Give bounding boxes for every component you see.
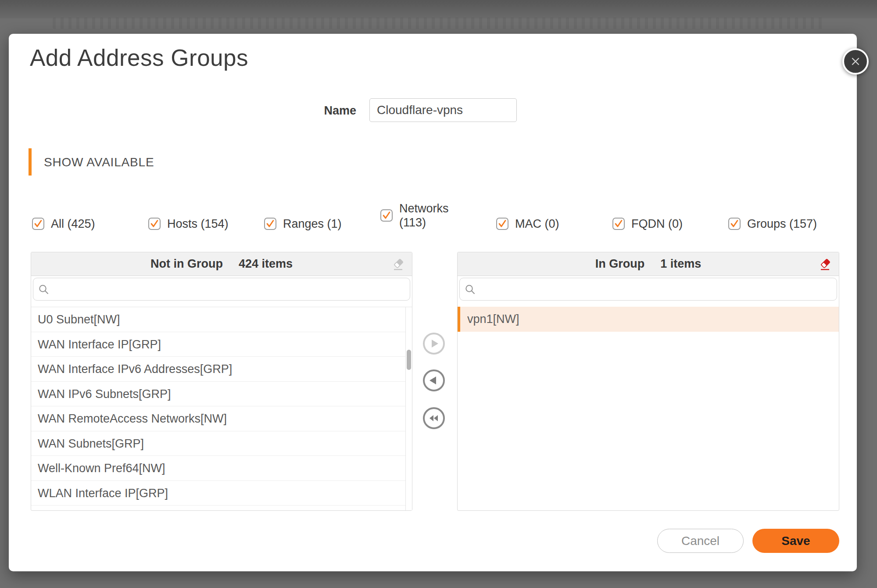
arrow-left-icon [428, 374, 440, 387]
search-icon [465, 284, 476, 295]
in-group-list: vpn1[NW] [458, 307, 839, 510]
filter-checkbox-row: All (425) Hosts (154) Ranges (1) [9, 208, 857, 240]
filter-checkbox-item[interactable]: Networks (113) [380, 199, 453, 232]
name-field-label: Name [272, 104, 356, 118]
not-in-group-header: Not in Group 424 items [31, 252, 412, 276]
double-arrow-left-icon [427, 412, 440, 424]
eraser-active-icon[interactable] [819, 258, 832, 271]
list-item[interactable]: WAN Subnets[GRP] [31, 431, 412, 456]
in-group-header: In Group 1 items [458, 252, 839, 276]
checkmark-icon [613, 218, 624, 230]
in-group-panel: In Group 1 items vpn1[NW] [457, 252, 839, 511]
checkbox-checked-icon[interactable] [612, 218, 625, 230]
list-item[interactable]: Well-Known Pref64[NW] [31, 456, 412, 481]
filter-checkbox-item[interactable]: All (425) [32, 208, 95, 240]
list-item[interactable]: WAN Interface IP[GRP] [31, 332, 412, 357]
filter-label: Networks (113) [399, 201, 453, 229]
list-item[interactable]: U0 Subnet[NW] [31, 307, 412, 332]
not-in-group-list: U0 Subnet[NW]WAN Interface IP[GRP]WAN In… [31, 307, 412, 510]
checkbox-checked-icon[interactable] [32, 218, 44, 230]
not-in-group-search [33, 278, 410, 301]
list-item[interactable]: WLAN Interface IP[GRP] [31, 481, 412, 506]
list-item[interactable]: WAN Interface IPv6 Addresses[GRP] [31, 357, 412, 382]
filter-label: Groups (157) [747, 217, 817, 231]
move-right-button[interactable] [423, 333, 445, 355]
backdrop-blurred-content [53, 18, 825, 29]
checkbox-checked-icon[interactable] [728, 218, 741, 230]
section-accent-bar [29, 148, 32, 176]
filter-checkbox-item[interactable]: Ranges (1) [264, 208, 342, 240]
selected-list-item[interactable]: vpn1[NW] [458, 307, 839, 332]
panel-item-count: 424 items [239, 257, 293, 271]
arrow-right-icon [428, 337, 440, 350]
checkmark-icon [149, 218, 160, 230]
cancel-button[interactable]: Cancel [657, 529, 744, 553]
dialog-title: Add Address Groups [30, 44, 248, 71]
filter-checkbox-item[interactable]: Groups (157) [728, 208, 817, 240]
eraser-icon[interactable] [392, 258, 405, 271]
show-available-label: SHOW AVAILABLE [44, 155, 154, 169]
checkbox-checked-icon[interactable] [380, 209, 393, 222]
search-input[interactable] [479, 278, 833, 300]
close-icon [850, 56, 861, 67]
filter-label: Hosts (154) [167, 217, 229, 231]
not-in-group-panel: Not in Group 424 items U0 Subnet[NW]WAN … [31, 252, 412, 511]
search-icon [38, 284, 50, 295]
checkmark-icon [265, 218, 276, 230]
filter-checkbox-item[interactable]: Hosts (154) [148, 208, 229, 240]
checkmark-icon [729, 218, 740, 230]
filter-label: Ranges (1) [283, 217, 342, 231]
checkbox-checked-icon[interactable] [264, 218, 276, 230]
filter-label: FQDN (0) [631, 217, 683, 231]
checkbox-checked-icon[interactable] [496, 218, 508, 230]
checkmark-icon [381, 209, 392, 222]
backdrop-header-band [0, 0, 877, 18]
in-group-search [459, 278, 837, 301]
filter-checkbox-item[interactable]: MAC (0) [496, 208, 559, 240]
add-address-groups-dialog: Add Address Groups Name SHOW AVAILABLE A… [9, 34, 857, 571]
checkmark-icon [33, 218, 43, 230]
filter-label: MAC (0) [515, 217, 559, 231]
checkbox-checked-icon[interactable] [148, 218, 161, 230]
panel-title: In Group [595, 257, 644, 271]
filter-checkbox-item[interactable]: FQDN (0) [612, 208, 683, 240]
scrollbar-track[interactable] [405, 307, 412, 510]
close-button[interactable] [842, 48, 869, 75]
move-left-button[interactable] [423, 369, 445, 391]
panel-item-count: 1 items [660, 257, 701, 271]
name-input[interactable] [369, 98, 517, 122]
filter-label: All (425) [51, 217, 95, 231]
save-button[interactable]: Save [752, 529, 839, 553]
list-item[interactable]: WAN RemoteAccess Networks[NW] [31, 406, 412, 431]
search-input[interactable] [53, 278, 406, 300]
checkmark-icon [497, 218, 508, 230]
list-item[interactable]: WAN IPv6 Subnets[GRP] [31, 382, 412, 407]
move-all-left-button[interactable] [423, 407, 445, 429]
scrollbar-thumb[interactable] [407, 350, 411, 370]
panel-title: Not in Group [150, 257, 223, 271]
